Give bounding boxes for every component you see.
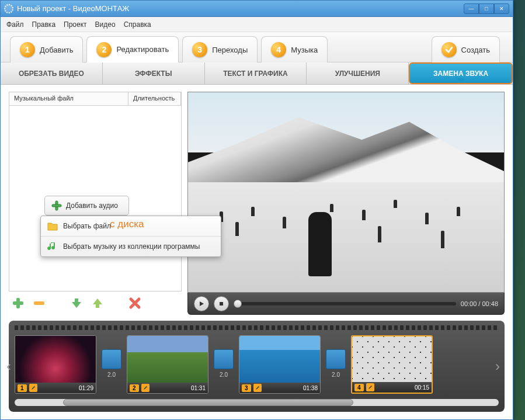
menu-project[interactable]: Проект bbox=[64, 20, 87, 29]
step-edit[interactable]: 2 Редактировать bbox=[86, 36, 179, 63]
music-note-icon bbox=[47, 241, 58, 252]
plus-icon bbox=[51, 200, 62, 211]
clip-1[interactable]: 1 01:29 bbox=[15, 335, 96, 394]
progress-thumb[interactable] bbox=[234, 300, 242, 308]
close-button[interactable]: ✕ bbox=[494, 4, 509, 14]
maximize-button[interactable]: □ bbox=[479, 4, 494, 14]
svg-rect-5 bbox=[220, 302, 223, 306]
stop-button[interactable] bbox=[214, 296, 229, 311]
play-button[interactable] bbox=[194, 296, 209, 311]
transition-3-icon bbox=[326, 349, 346, 369]
step-music[interactable]: 4 Музыка bbox=[261, 36, 328, 63]
window-title: Новый проект - ВидеоМОНТАЖ bbox=[17, 4, 464, 13]
menu-video[interactable]: Видео bbox=[95, 20, 116, 29]
progress-bar[interactable] bbox=[234, 302, 456, 306]
step-3-icon: 3 bbox=[192, 42, 207, 57]
transition-3-duration: 2.0 bbox=[332, 372, 340, 378]
step-create[interactable]: Создать bbox=[432, 36, 500, 63]
step-4-icon: 4 bbox=[271, 42, 286, 57]
clip-2-number: 2 bbox=[130, 384, 139, 392]
add-audio-dropdown: Выбрать файл Выбрать музыку из коллекции… bbox=[40, 216, 221, 257]
move-up-button[interactable] bbox=[91, 296, 105, 310]
step-tabs: 1 Добавить 2 Редактировать 3 Переходы 4 … bbox=[1, 32, 513, 63]
film-strip-decoration bbox=[15, 325, 499, 330]
step-create-label: Создать bbox=[461, 46, 490, 54]
player-controls: 00:00 / 00:48 bbox=[187, 293, 505, 315]
audio-list: Добавить аудио с диска Выбрать файл Выбр… bbox=[9, 106, 182, 291]
svg-rect-4 bbox=[34, 301, 44, 305]
add-audio-label: Добавить аудио bbox=[66, 202, 118, 210]
dropdown-select-file-label: Выбрать файл bbox=[63, 222, 111, 230]
step-transitions-label: Переходы bbox=[212, 46, 248, 54]
clip-3-edit-icon[interactable] bbox=[253, 384, 262, 392]
clip-4-number: 4 bbox=[354, 384, 364, 391]
transition-2-duration: 2.0 bbox=[220, 372, 228, 378]
subtab-crop[interactable]: ОБРЕЗАТЬ ВИДЕО bbox=[1, 63, 103, 84]
step-1-icon: 1 bbox=[20, 42, 35, 57]
transition-2-icon bbox=[214, 349, 234, 369]
svg-rect-1 bbox=[52, 204, 61, 207]
subtab-text[interactable]: ТЕКСТ И ГРАФИКА bbox=[205, 63, 307, 84]
svg-rect-3 bbox=[13, 301, 23, 305]
timeline: ‹ › 1 01:29 2.0 2 01:31 bbox=[9, 321, 505, 412]
audio-tools bbox=[9, 291, 182, 315]
clips-row: 1 01:29 2.0 2 01:31 2.0 bbox=[15, 334, 499, 395]
remove-track-button[interactable] bbox=[32, 296, 46, 310]
add-track-button[interactable] bbox=[11, 296, 25, 310]
delete-button[interactable] bbox=[128, 296, 142, 310]
preview-panel: 00:00 / 00:48 bbox=[187, 92, 505, 315]
move-down-button[interactable] bbox=[69, 296, 84, 310]
timeline-scroll-thumb[interactable] bbox=[63, 399, 353, 406]
video-content bbox=[188, 92, 504, 292]
video-preview[interactable] bbox=[187, 92, 505, 293]
window-controls: — □ ✕ bbox=[464, 4, 509, 14]
menu-file[interactable]: Файл bbox=[6, 20, 24, 29]
clip-3-time: 01:38 bbox=[303, 385, 318, 391]
app-icon bbox=[4, 4, 13, 13]
clip-4-time: 00:15 bbox=[415, 384, 429, 391]
step-transitions[interactable]: 3 Переходы bbox=[182, 36, 258, 63]
transition-3[interactable]: 2.0 bbox=[325, 349, 346, 380]
dropdown-from-collection[interactable]: Выбрать музыку из коллекции программы bbox=[41, 237, 221, 256]
step-music-label: Музыка bbox=[291, 46, 318, 54]
clip-1-number: 1 bbox=[18, 384, 27, 392]
transition-1-icon bbox=[102, 349, 121, 369]
col-file: Музыкальный файл bbox=[9, 92, 128, 105]
clip-3[interactable]: 3 01:38 bbox=[239, 335, 321, 394]
menu-edit[interactable]: Правка bbox=[32, 20, 56, 29]
titlebar: Новый проект - ВидеоМОНТАЖ — □ ✕ bbox=[1, 1, 513, 17]
menu-help[interactable]: Справка bbox=[124, 20, 151, 29]
minimize-button[interactable]: — bbox=[464, 4, 479, 14]
step-edit-label: Редактировать bbox=[116, 45, 169, 54]
step-add[interactable]: 1 Добавить bbox=[10, 36, 83, 63]
subtab-audio[interactable]: ЗАМЕНА ЗВУКА bbox=[409, 63, 513, 84]
subtab-enhance[interactable]: УЛУЧШЕНИЯ bbox=[307, 63, 409, 84]
clip-4-edit-icon[interactable] bbox=[366, 383, 374, 391]
content-area: Музыкальный файл Длительность Добавить а… bbox=[1, 85, 513, 318]
clip-2-time: 01:31 bbox=[191, 385, 206, 391]
clip-1-time: 01:29 bbox=[79, 385, 93, 391]
dropdown-select-file[interactable]: Выбрать файл bbox=[41, 216, 221, 237]
app-window: Новый проект - ВидеоМОНТАЖ — □ ✕ Файл Пр… bbox=[0, 0, 513, 420]
timeline-next-button[interactable]: › bbox=[495, 355, 507, 378]
clip-1-edit-icon[interactable] bbox=[29, 384, 37, 392]
menubar: Файл Правка Проект Видео Справка bbox=[1, 17, 513, 32]
subtab-effects[interactable]: ЭФФЕКТЫ bbox=[103, 63, 205, 84]
step-add-label: Добавить bbox=[40, 46, 73, 54]
transition-2[interactable]: 2.0 bbox=[213, 349, 234, 380]
add-audio-button[interactable]: Добавить аудио bbox=[44, 196, 129, 216]
transition-1-duration: 2.0 bbox=[107, 372, 116, 378]
step-2-icon: 2 bbox=[96, 42, 112, 57]
step-check-icon bbox=[441, 42, 457, 57]
dropdown-from-collection-label: Выбрать музыку из коллекции программы bbox=[63, 242, 200, 251]
clip-2[interactable]: 2 01:31 bbox=[127, 335, 208, 394]
timeline-scrollbar[interactable] bbox=[15, 399, 499, 406]
clip-4[interactable]: 4 00:15 bbox=[351, 335, 433, 394]
time-display: 00:00 / 00:48 bbox=[461, 300, 498, 307]
folder-icon bbox=[47, 220, 58, 232]
audio-panel: Музыкальный файл Длительность Добавить а… bbox=[9, 92, 182, 315]
clip-2-edit-icon[interactable] bbox=[141, 384, 149, 392]
clip-3-number: 3 bbox=[242, 384, 251, 392]
transition-1[interactable]: 2.0 bbox=[101, 349, 122, 380]
col-duration: Длительность bbox=[128, 92, 181, 105]
